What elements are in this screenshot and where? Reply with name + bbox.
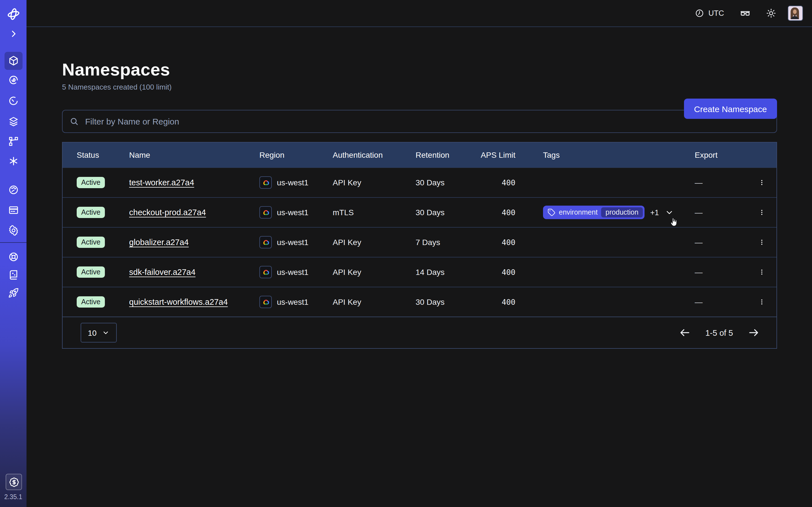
kebab-icon <box>758 238 765 247</box>
badge-dollar-icon <box>9 477 19 487</box>
auth-cell: API Key <box>333 297 416 306</box>
sidebar-item-getting-started[interactable] <box>0 287 27 298</box>
retention-cell: 7 Days <box>416 238 480 247</box>
namespace-link[interactable]: checkout-prod.a27a4 <box>129 208 206 217</box>
page-size-select[interactable]: 10 <box>81 323 117 342</box>
arrow-right-icon <box>748 327 760 339</box>
theme-toggle[interactable] <box>766 8 776 18</box>
row-actions-menu[interactable] <box>755 235 769 249</box>
auth-cell: API Key <box>333 268 416 277</box>
export-cell: — <box>695 178 753 187</box>
chevron-down-icon <box>102 329 110 336</box>
status-badge: Active <box>77 237 105 248</box>
sidebar-item-support[interactable] <box>0 251 27 263</box>
row-actions-menu[interactable] <box>755 265 769 279</box>
namespaces-table: Status Name Region Authentication Retent… <box>62 142 777 349</box>
sidebar-item-asterisk[interactable] <box>0 156 27 167</box>
row-actions-menu[interactable] <box>755 206 769 219</box>
col-header-region: Region <box>259 151 333 159</box>
sidebar-item-settings[interactable] <box>0 225 27 236</box>
col-header-status: Status <box>63 151 129 159</box>
previous-page-button[interactable] <box>679 327 691 339</box>
namespace-link[interactable]: test-worker.a27a4 <box>129 178 194 187</box>
kebab-icon <box>758 178 765 187</box>
gcp-icon <box>259 176 272 189</box>
sidebar-item-schedules[interactable] <box>0 95 27 107</box>
tag-key: environment <box>559 209 598 216</box>
status-badge: Active <box>77 177 105 188</box>
sidebar-item-docs[interactable] <box>0 269 27 281</box>
aps-limit-cell: 400 <box>480 208 530 217</box>
kebab-icon <box>758 297 765 306</box>
sidebar-item-workflows[interactable] <box>0 74 27 86</box>
col-header-aps-limit: APS Limit <box>480 151 530 159</box>
tag-icon <box>548 209 555 216</box>
namespace-link[interactable]: quickstart-workflows.a27a4 <box>129 297 228 306</box>
status-badge: Active <box>77 267 105 278</box>
gcp-icon <box>259 296 272 308</box>
sidebar-expand-button[interactable] <box>0 29 27 38</box>
readability-toggle[interactable] <box>739 7 751 19</box>
retention-cell: 30 Days <box>416 178 480 187</box>
sun-icon <box>766 8 776 18</box>
glasses-icon <box>739 7 751 19</box>
kebab-icon <box>758 268 765 277</box>
topbar: UTC <box>27 0 812 27</box>
row-actions-menu[interactable] <box>755 295 769 309</box>
tag-pill[interactable]: environment production <box>543 206 645 219</box>
sidebar-item-nexus[interactable] <box>0 136 27 147</box>
sidebar: 2.35.1 <box>0 0 27 507</box>
kebab-icon <box>758 208 765 217</box>
app-root: 2.35.1 UTC <box>0 0 812 507</box>
region-label: us-west1 <box>277 297 308 306</box>
timezone-selector[interactable]: UTC <box>695 8 724 18</box>
tags-expand-button[interactable] <box>665 208 673 217</box>
table-row: Active globalizer.a27a4 us-west1 API Key… <box>63 227 776 257</box>
page-header: Namespaces 5 Namespaces created (100 lim… <box>62 60 777 91</box>
table-row: Active checkout-prod.a27a4 us-west1 mTLS… <box>63 197 776 227</box>
table-footer: 10 1-5 of 5 <box>63 317 776 348</box>
filter-bar <box>62 110 777 133</box>
row-actions-menu[interactable] <box>755 176 769 189</box>
retention-cell: 14 Days <box>416 268 480 277</box>
tag-more-count: +1 <box>650 208 659 217</box>
main-content: Namespaces 5 Namespaces created (100 lim… <box>62 27 777 349</box>
sidebar-item-deployments[interactable] <box>0 116 27 127</box>
sidebar-item-billing[interactable] <box>0 205 27 216</box>
user-avatar[interactable] <box>788 6 803 21</box>
namespace-link[interactable]: globalizer.a27a4 <box>129 238 189 247</box>
timezone-label: UTC <box>709 9 724 17</box>
auth-cell: mTLS <box>333 208 416 217</box>
table-row: Active quickstart-workflows.a27a4 us-wes… <box>63 287 776 317</box>
tags-cell: environment production +1 <box>530 206 695 219</box>
next-page-button[interactable] <box>748 327 760 339</box>
col-header-tags: Tags <box>530 151 695 159</box>
table-row: Active sdk-failover.a27a4 us-west1 API K… <box>63 257 776 287</box>
table-body: Active test-worker.a27a4 us-west1 API Ke… <box>63 167 776 317</box>
region-label: us-west1 <box>277 268 308 277</box>
aps-limit-cell: 400 <box>480 178 530 187</box>
region-label: us-west1 <box>277 238 308 247</box>
col-header-name: Name <box>129 151 259 159</box>
namespace-link[interactable]: sdk-failover.a27a4 <box>129 268 195 277</box>
plan-badge[interactable] <box>6 474 22 490</box>
export-cell: — <box>695 297 753 306</box>
region-label: us-west1 <box>277 208 308 217</box>
status-badge: Active <box>77 207 105 218</box>
create-namespace-button[interactable]: Create Namespace <box>684 99 777 119</box>
sidebar-item-namespaces[interactable] <box>0 55 27 66</box>
chevron-down-icon <box>665 208 673 217</box>
export-cell: — <box>695 268 753 277</box>
filter-input[interactable] <box>84 116 770 127</box>
col-header-retention: Retention <box>416 151 480 159</box>
export-cell: — <box>695 238 753 247</box>
table-row: Active test-worker.a27a4 us-west1 API Ke… <box>63 167 776 197</box>
temporal-logo[interactable] <box>0 7 27 21</box>
gcp-icon <box>259 206 272 219</box>
aps-limit-cell: 400 <box>480 268 530 277</box>
col-header-authentication: Authentication <box>333 151 416 159</box>
sidebar-item-usage[interactable] <box>0 184 27 195</box>
export-cell: — <box>695 208 753 217</box>
avatar-image <box>788 6 801 19</box>
tag-value: production <box>601 207 643 217</box>
